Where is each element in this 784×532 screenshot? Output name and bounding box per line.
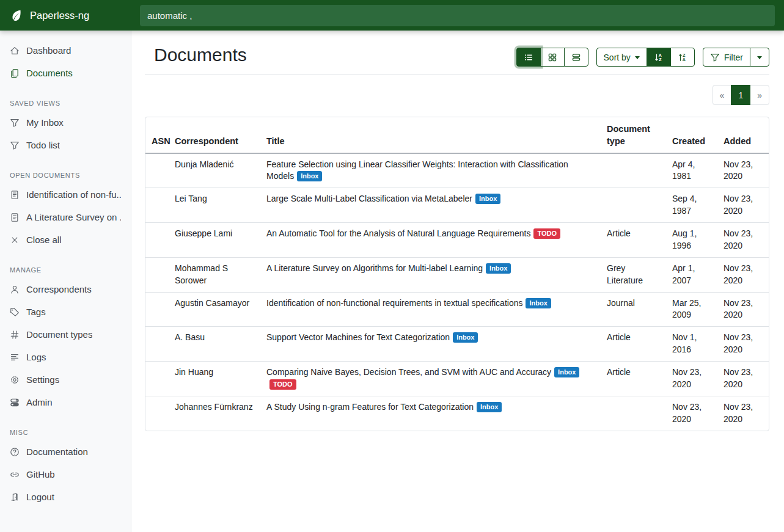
tag-badges: Inbox: [522, 298, 551, 308]
header-asn[interactable]: ASN: [145, 117, 170, 153]
correspondent-link[interactable]: Agustin Casamayor: [175, 298, 249, 308]
list-view-icon: [524, 53, 533, 62]
document-title-link[interactable]: Comparing Naive Bayes, Decision Trees, a…: [266, 367, 551, 377]
pagination-next-button[interactable]: »: [750, 85, 769, 105]
tag-badge[interactable]: Inbox: [554, 367, 579, 377]
sidebar-item-label: Todo list: [26, 139, 60, 151]
toolbar: Sort by AZ ZA Filter: [516, 48, 769, 67]
sidebar-item-settings[interactable]: Settings: [0, 368, 131, 391]
document-title-link[interactable]: A Literature Survey on Algorithms for Mu…: [266, 263, 483, 273]
app-brand[interactable]: Paperless-ng: [0, 0, 131, 31]
person-icon: [10, 285, 20, 294]
document-title-link[interactable]: Large Scale Multi-Label Classification v…: [266, 194, 472, 203]
correspondent-link[interactable]: A. Basu: [175, 332, 205, 342]
filter-dropdown-button[interactable]: [750, 48, 769, 67]
table-row: Jin Huang Comparing Naive Bayes, Decisio…: [145, 362, 769, 396]
search-input[interactable]: [140, 5, 775, 26]
sidebar-item-document-types[interactable]: Document types: [0, 323, 131, 346]
grid-view-icon: [548, 53, 557, 62]
tag-badges: Inbox: [294, 171, 322, 181]
sort-by-button[interactable]: Sort by: [596, 48, 647, 67]
sidebar-item-open-doc-1[interactable]: Identification of non-fu...: [0, 183, 131, 206]
correspondent-link[interactable]: Mohammad S Sorower: [175, 263, 228, 285]
sidebar-item-open-doc-2[interactable]: A Literature Survey on ...: [0, 206, 131, 228]
pagination-page-1[interactable]: 1: [731, 85, 750, 105]
header-added[interactable]: Added: [719, 117, 769, 153]
document-title-link[interactable]: Support Vector Machines for Text Categor…: [266, 332, 450, 342]
sidebar-item-label: Dashboard: [26, 44, 71, 57]
tag-badge[interactable]: TODO: [269, 379, 296, 390]
header-title[interactable]: Title: [262, 117, 602, 153]
table-header-row: ASN Correspondent Title Document type Cr…: [145, 117, 769, 153]
document-type-cell: [602, 153, 667, 188]
sidebar-item-dashboard[interactable]: Dashboard: [0, 39, 131, 62]
file-text-icon: [10, 213, 20, 222]
filter-button[interactable]: Filter: [703, 48, 750, 67]
document-title-link[interactable]: Identification of non-functional require…: [266, 298, 522, 308]
sidebar-section-saved-views: SAVED VIEWS: [0, 100, 131, 107]
sidebar-item-tags[interactable]: Tags: [0, 301, 131, 323]
sidebar-item-logs[interactable]: Logs: [0, 346, 131, 368]
header-document-type[interactable]: Document type: [602, 117, 667, 153]
created-cell: Apr 4, 1981: [667, 153, 719, 188]
sidebar-item-my-inbox[interactable]: My Inbox: [0, 111, 131, 134]
asn-cell: [145, 292, 170, 327]
document-title-link[interactable]: An Automatic Tool for the Analysis of Na…: [266, 228, 530, 238]
tag-badge[interactable]: Inbox: [297, 171, 322, 181]
grid-view-button[interactable]: [540, 48, 565, 67]
link-icon: [10, 470, 20, 479]
correspondent-link[interactable]: Lei Tang: [175, 194, 207, 203]
cards-view-button[interactable]: [564, 48, 588, 67]
sidebar-item-label: Document types: [26, 328, 92, 341]
tag-badge[interactable]: Inbox: [453, 332, 478, 343]
correspondent-link[interactable]: Jin Huang: [175, 367, 213, 377]
correspondent-link[interactable]: Dunja Mladenić: [175, 159, 234, 169]
funnel-icon: [710, 53, 720, 62]
logs-icon: [10, 352, 20, 362]
sidebar-item-close-all[interactable]: Close all: [0, 228, 131, 251]
sidebar-item-documentation[interactable]: Documentation: [0, 440, 131, 463]
sidebar-item-label: My Inbox: [26, 116, 64, 129]
sidebar-item-correspondents[interactable]: Correspondents: [0, 278, 131, 301]
tag-badge[interactable]: TODO: [533, 228, 560, 239]
list-view-button[interactable]: [516, 48, 541, 67]
sidebar-item-github[interactable]: GitHub: [0, 463, 131, 486]
sort-group: Sort by AZ ZA: [596, 48, 695, 67]
tag-badge[interactable]: Inbox: [475, 194, 500, 204]
sidebar-item-label: Logs: [26, 351, 46, 363]
tag-badges: Inbox: [450, 332, 478, 342]
sort-alpha-up-icon: ZA: [678, 53, 687, 62]
pagination-prev-button[interactable]: «: [713, 85, 732, 105]
sort-alpha-down-icon: AZ: [654, 53, 664, 62]
sidebar-item-logout[interactable]: Logout: [0, 486, 131, 508]
sidebar-section-misc: MISC: [0, 429, 131, 436]
filter-group: Filter: [703, 48, 769, 67]
tag-badge[interactable]: Inbox: [486, 263, 511, 274]
sidebar-item-label: A Literature Survey on ...: [26, 211, 121, 224]
sidebar-item-admin[interactable]: Admin: [0, 391, 131, 414]
correspondent-link[interactable]: Johannes Fürnkranz: [175, 402, 253, 412]
document-type-cell: Article: [602, 223, 667, 258]
tag-badge[interactable]: Inbox: [526, 298, 551, 308]
sort-ascending-button[interactable]: AZ: [647, 48, 671, 67]
sidebar-item-documents[interactable]: Documents: [0, 62, 131, 84]
added-cell: Nov 23, 2020: [719, 292, 769, 327]
filter-icon: [10, 140, 20, 150]
added-cell: Nov 23, 2020: [719, 396, 769, 430]
table-row: Agustin Casamayor Identification of non-…: [145, 292, 769, 327]
tag-badge[interactable]: Inbox: [477, 402, 502, 412]
header-created[interactable]: Created: [667, 117, 719, 153]
correspondent-link[interactable]: Giuseppe Lami: [175, 228, 232, 238]
search-bar: [131, 0, 784, 31]
view-toggle-group: [516, 48, 588, 67]
document-type-cell: [602, 188, 667, 223]
sort-descending-button[interactable]: ZA: [670, 48, 695, 67]
asn-cell: [145, 396, 170, 430]
documents-table-card: ASN Correspondent Title Document type Cr…: [145, 117, 769, 431]
sidebar-item-label: Documentation: [26, 445, 88, 458]
header-correspondent[interactable]: Correspondent: [170, 117, 262, 153]
created-cell: Aug 1, 1996: [667, 223, 719, 258]
table-row: Lei Tang Large Scale Multi-Label Classif…: [145, 188, 769, 223]
document-title-link[interactable]: A Study Using n-gram Features for Text C…: [266, 402, 474, 412]
sidebar-item-todo-list[interactable]: Todo list: [0, 134, 131, 156]
